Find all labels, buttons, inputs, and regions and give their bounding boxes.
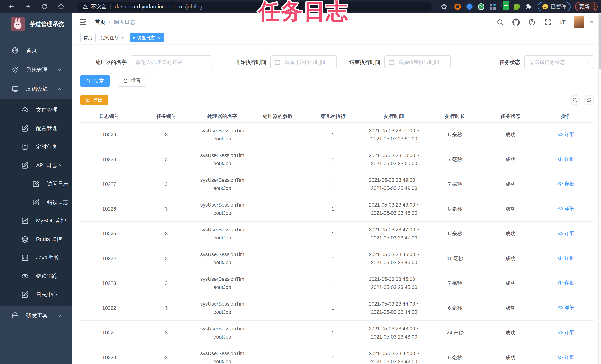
- close-tab-icon[interactable]: ×: [157, 35, 160, 40]
- cell-execute-time: 2021-05-03 23:42:00 ~2021-05-03 23:42:00: [361, 345, 427, 364]
- detail-link[interactable]: 详细: [558, 254, 574, 262]
- cell-job-id: 3: [138, 122, 195, 147]
- page-scrollbar[interactable]: [598, 13, 601, 364]
- sidebar-item-4[interactable]: 配置管理: [0, 119, 72, 138]
- sidebar-item-6[interactable]: API 日志: [0, 156, 72, 175]
- detail-link[interactable]: 详细: [558, 180, 574, 188]
- home-icon: [58, 3, 64, 10]
- sidebar-item-7[interactable]: 访问日志: [0, 175, 72, 193]
- search-icon: [86, 78, 91, 83]
- font-size-icon[interactable]: tT: [560, 19, 565, 26]
- sidebar-item-5[interactable]: 定时任务: [0, 138, 72, 156]
- table-row: 102243sysUserSessionTimeoutJob12021-05-0…: [80, 246, 594, 271]
- sidebar-item-14[interactable]: 研发工具: [0, 306, 72, 325]
- header-search-icon[interactable]: [496, 19, 504, 26]
- job-status-select-wrap: [524, 55, 594, 69]
- cell-duration: 8 毫秒: [427, 197, 483, 221]
- close-tab-icon[interactable]: ×: [121, 35, 124, 40]
- cell-handler-name: sysUserSessionTimeoutJob: [195, 147, 250, 172]
- column-header: 处理器的名字: [195, 110, 250, 122]
- sidebar-item-11[interactable]: Java 监控: [0, 249, 72, 267]
- detail-link[interactable]: 详细: [558, 204, 574, 213]
- browser-home-button[interactable]: [53, 1, 69, 12]
- detail-link[interactable]: 详细: [558, 279, 574, 287]
- sidebar: 芋道管理系统 首页系统管理基础设施文件管理配置管理定时任务API 日志访问日志错…: [0, 13, 72, 364]
- breadcrumb-home[interactable]: 首页: [95, 19, 106, 26]
- bookmark-star-icon[interactable]: [440, 3, 448, 11]
- cell-job-id: 3: [138, 172, 195, 197]
- cell-status: 成功: [483, 246, 538, 271]
- cell-status: 成功: [483, 296, 538, 320]
- tab-0[interactable]: 首页: [80, 33, 96, 42]
- toggle-search-button[interactable]: [570, 95, 580, 105]
- detail-link[interactable]: 详细: [558, 328, 574, 336]
- cell-handler-name: sysUserSessionTimeoutJob: [195, 320, 250, 345]
- column-header: 任务状态: [483, 110, 538, 122]
- browser-reload-button[interactable]: [37, 1, 52, 12]
- chevron-up-icon: [57, 86, 62, 92]
- cell-job-id: 3: [138, 345, 195, 364]
- topbar: 首页 / 调度日志 tT: [72, 13, 601, 31]
- calendar-icon: [389, 59, 394, 65]
- detail-link[interactable]: 详细: [558, 303, 574, 312]
- sidebar-item-12[interactable]: 链路追踪: [0, 267, 72, 285]
- handler-name-input[interactable]: [131, 55, 212, 69]
- update-button[interactable]: 更新: [575, 2, 598, 11]
- scrollbar-thumb[interactable]: [599, 14, 601, 70]
- job-status-select[interactable]: [524, 55, 594, 69]
- detail-link[interactable]: 详细: [558, 155, 574, 163]
- tab-2[interactable]: 调度日志×: [130, 33, 163, 42]
- paused-badge[interactable]: 已暂停: [538, 2, 571, 11]
- sidebar-item-9[interactable]: MySQL 监控: [0, 212, 72, 230]
- bar-chart-icon: [21, 254, 29, 262]
- sidebar-item-label: 系统管理: [26, 66, 48, 73]
- extension-orange-icon[interactable]: [454, 3, 461, 10]
- sidebar-item-3[interactable]: 文件管理: [0, 101, 72, 119]
- avatar-caret-icon[interactable]: [590, 21, 594, 23]
- sidebar-item-1[interactable]: 系统管理: [0, 60, 72, 80]
- browser-forward-button[interactable]: [20, 1, 36, 12]
- browser-back-button[interactable]: [4, 1, 19, 12]
- cell-execute-time: 2021-05-03 23:50:00 ~2021-05-03 23:50:00: [361, 147, 427, 172]
- app-logo-row[interactable]: 芋道管理系统: [0, 13, 72, 35]
- chevron-down-icon: [585, 60, 590, 65]
- sidebar-item-0[interactable]: 首页: [0, 41, 72, 60]
- sidebar-item-8[interactable]: 错误日志: [0, 193, 72, 212]
- cell-log-id: 10222: [80, 296, 138, 320]
- sidebar-item-label: 定时任务: [36, 143, 58, 151]
- search-button[interactable]: 搜索: [80, 75, 110, 87]
- edit-square-icon: [21, 125, 29, 132]
- end-time-field-wrap: [384, 55, 451, 69]
- extension-grid-icon[interactable]: [489, 3, 496, 10]
- sidebar-item-13[interactable]: 日志中心: [0, 285, 72, 304]
- cell-duration: 11 毫秒: [427, 246, 483, 271]
- tab-1[interactable]: 定时任务×: [98, 33, 127, 42]
- user-avatar[interactable]: [574, 16, 584, 28]
- reset-button[interactable]: 重置: [117, 75, 147, 87]
- detail-link[interactable]: 详细: [558, 130, 574, 138]
- sidebar-item-2[interactable]: 基础设施: [0, 80, 72, 99]
- extension-leaf-icon[interactable]: [513, 3, 520, 10]
- detail-link[interactable]: 详细: [558, 353, 574, 361]
- refresh-icon: [123, 78, 128, 83]
- extension-on-icon[interactable]: on: [501, 3, 509, 10]
- extension-green-icon[interactable]: Y: [478, 3, 484, 10]
- export-button[interactable]: 导出: [80, 95, 108, 105]
- cell-handler-param: [250, 271, 305, 296]
- sidebar-item-10[interactable]: Redis 监控: [0, 230, 72, 249]
- cloud-upload-icon: [21, 106, 29, 114]
- cell-status: 成功: [483, 345, 538, 364]
- help-icon[interactable]: [528, 19, 536, 26]
- address-bar[interactable]: 不安全 dashboard.yudao.iocoder.cn/job/log: [77, 2, 432, 11]
- extension-blue-icon[interactable]: [466, 3, 473, 10]
- detail-link[interactable]: 详细: [558, 229, 574, 237]
- browser-menu-icon[interactable]: [594, 4, 595, 10]
- cell-log-id: 10227: [80, 172, 138, 197]
- sidebar-toggle-icon[interactable]: [79, 18, 87, 26]
- table-row: 102263sysUserSessionTimeoutJob12021-05-0…: [80, 197, 594, 221]
- refresh-table-button[interactable]: [584, 95, 594, 105]
- extensions-puzzle-icon[interactable]: [525, 3, 532, 10]
- fullscreen-icon[interactable]: [544, 19, 551, 26]
- github-icon[interactable]: [512, 19, 520, 26]
- paused-label: 已暂停: [551, 3, 566, 10]
